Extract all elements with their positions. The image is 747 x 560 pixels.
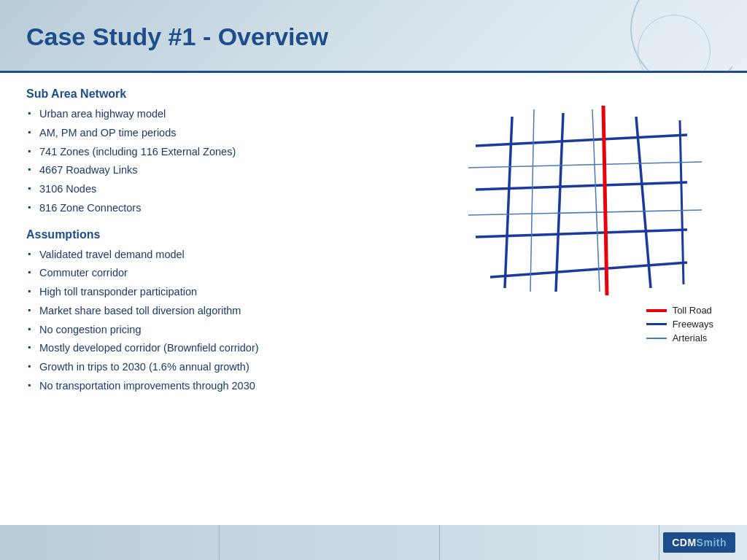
arterial-label: Arterials [673,332,708,343]
svg-line-7 [680,120,684,284]
footer: CDM Smith [0,525,747,560]
footer-seg-2 [220,525,439,560]
bullet-item: Growth in trips to 2030 (1.6% annual gro… [26,358,435,377]
toll-road-label: Toll Road [673,305,712,316]
bullet-item: Validated travel demand model [26,246,435,265]
assumptions-list: Validated travel demand model Commuter c… [26,246,435,396]
bullet-item: Commuter corridor [26,264,435,283]
svg-line-6 [636,117,651,288]
svg-line-5 [556,113,563,292]
bullet-item: No congestion pricing [26,321,435,340]
svg-line-1 [476,182,687,190]
freeway-label: Freeways [673,319,713,330]
header: Case Study #1 - Overview [0,0,747,73]
content-area: Sub Area Network Urban area highway mode… [0,73,747,525]
sub-area-heading: Sub Area Network [26,88,435,101]
cdm-smith-logo: CDM Smith [663,532,735,553]
diagram-legend: Toll Road Freeways Arterials [646,305,721,343]
header-decoration [587,0,732,73]
legend-freeways: Freeways [646,319,713,330]
bullet-item: Market share based toll diversion algori… [26,302,435,321]
bullet-item: No transportation improvements through 2… [26,377,435,396]
legend-arterials: Arterials [646,332,713,343]
svg-line-12 [603,106,607,295]
svg-line-9 [468,210,702,215]
svg-line-11 [592,109,600,292]
svg-line-4 [505,117,512,288]
bullet-item: Urban area highway model [26,105,435,124]
slide: Case Study #1 - Overview Sub Area Networ… [0,0,747,560]
toll-road-line [646,309,667,312]
slide-title: Case Study #1 - Overview [26,23,328,51]
logo-smith: Smith [697,537,727,548]
arterial-line [646,338,667,339]
legend-toll-road: Toll Road [646,305,713,316]
bullet-item: High toll transponder participation [26,283,435,302]
svg-line-0 [476,135,687,146]
svg-line-10 [530,109,534,292]
logo-cdm: CDM [672,537,696,548]
left-column: Sub Area Network Urban area highway mode… [26,88,435,518]
svg-line-3 [490,262,687,277]
footer-seg-3 [440,525,659,560]
freeway-line [646,323,667,325]
bullet-item: 741 Zones (including 116 External Zones) [26,143,435,162]
bullet-item: 816 Zone Connectors [26,199,435,218]
footer-seg-1 [0,525,220,560]
footer-dividers [0,525,659,560]
network-diagram [468,95,702,299]
sub-area-list: Urban area highway model AM, PM and OP t… [26,105,435,218]
right-column: Toll Road Freeways Arterials [449,88,721,518]
bullet-item: 3106 Nodes [26,180,435,199]
assumptions-heading: Assumptions [26,228,435,241]
bullet-item: AM, PM and OP time periods [26,124,435,143]
bullet-item: 4667 Roadway Links [26,161,435,180]
svg-line-8 [468,162,702,168]
bullet-item: Mostly developed corridor (Brownfield co… [26,339,435,358]
